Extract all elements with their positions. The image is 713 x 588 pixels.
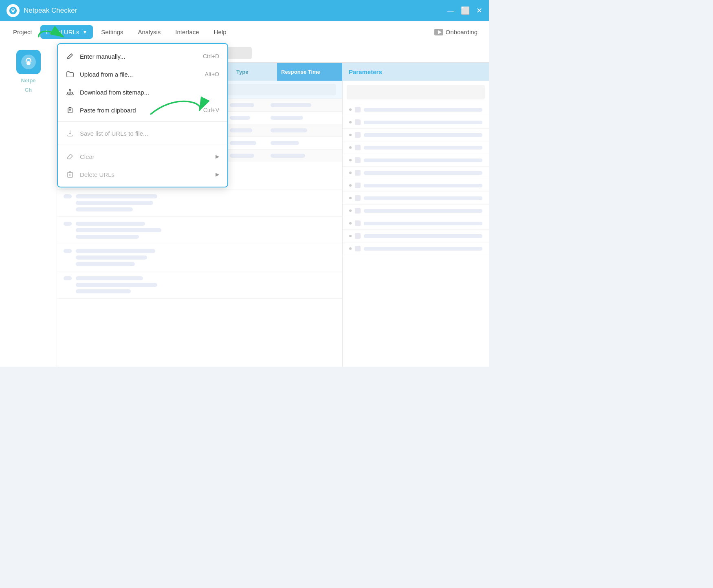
menu-item-onboarding[interactable]: Onboarding — [429, 25, 482, 39]
param-checkbox[interactable] — [355, 208, 361, 214]
param-row — [343, 154, 489, 167]
param-dot — [349, 121, 352, 123]
param-checkbox[interactable] — [355, 183, 361, 188]
param-checkbox[interactable] — [355, 246, 361, 251]
param-row — [343, 129, 489, 141]
param-dot — [349, 235, 352, 237]
app-title: Netpeak Checker — [24, 7, 77, 15]
param-row — [343, 179, 489, 192]
menu-item-interface[interactable]: Interface — [169, 25, 205, 39]
svg-rect-6 — [72, 94, 73, 95]
param-checkbox[interactable] — [355, 220, 361, 226]
pencil-icon — [66, 52, 74, 60]
app-icon — [7, 4, 20, 17]
window-controls[interactable]: — ⬜ ✕ — [447, 6, 482, 15]
dropdown-item-paste-clipboard[interactable]: Paste from clipboard Ctrl+V — [58, 101, 227, 119]
param-line — [364, 146, 482, 150]
paste-clipboard-shortcut: Ctrl+V — [203, 107, 219, 113]
menu-item-list-of-urls[interactable]: List of URLs ▼ — [40, 25, 93, 39]
enter-manually-shortcut: Ctrl+D — [203, 53, 219, 59]
param-dot — [349, 108, 352, 111]
dropdown-item-save-list: Save list of URLs to file... — [58, 124, 227, 142]
youtube-icon — [434, 29, 443, 35]
parameters-title: Parameters — [349, 68, 382, 75]
trash-icon — [66, 170, 74, 178]
param-checkbox[interactable] — [355, 233, 361, 239]
param-line — [364, 209, 482, 213]
dropdown-item-upload-file[interactable]: Upload from a file... Alt+O — [58, 65, 227, 83]
params-search-input[interactable] — [347, 85, 485, 99]
param-row — [343, 167, 489, 179]
upload-file-label: Upload from a file... — [80, 71, 133, 78]
onboarding-label: Onboarding — [446, 29, 478, 35]
menu-item-analysis[interactable]: Analysis — [131, 25, 167, 39]
param-dot — [349, 209, 352, 212]
maximize-button[interactable]: ⬜ — [461, 6, 470, 15]
table-group-row — [57, 217, 342, 244]
param-dot — [349, 146, 352, 149]
param-row — [343, 242, 489, 255]
param-row — [343, 141, 489, 154]
svg-marker-2 — [438, 30, 442, 34]
param-checkbox[interactable] — [355, 195, 361, 201]
param-dot — [349, 134, 352, 136]
col-header-response: Response Time — [277, 63, 342, 81]
upload-file-shortcut: Alt+O — [205, 71, 219, 77]
menu-item-help[interactable]: Help — [207, 25, 233, 39]
svg-rect-5 — [69, 94, 71, 95]
param-checkbox[interactable] — [355, 170, 361, 176]
sitemap-icon — [66, 88, 74, 96]
dropdown-item-sitemap[interactable]: Download from sitemap... — [58, 83, 227, 101]
clear-arrow-icon: ▶ — [216, 154, 219, 159]
parameters-panel — [342, 81, 489, 367]
svg-rect-3 — [69, 89, 71, 90]
param-checkbox[interactable] — [355, 107, 361, 112]
clipboard-icon — [66, 106, 74, 114]
list-of-urls-label: List of URLs — [46, 29, 79, 35]
dropdown-menu: Enter manually... Ctrl+D Upload from a f… — [57, 43, 228, 187]
param-line — [364, 171, 482, 175]
menu-item-settings[interactable]: Settings — [95, 25, 130, 39]
sidebar-logo: Netpe Ch — [0, 43, 57, 367]
paste-clipboard-label: Paste from clipboard — [80, 107, 136, 114]
param-checkbox[interactable] — [355, 157, 361, 163]
svg-point-19 — [26, 61, 31, 65]
param-line — [364, 247, 482, 251]
param-line — [364, 196, 482, 200]
param-row — [343, 205, 489, 217]
separator-1 — [58, 121, 227, 122]
separator-2 — [58, 145, 227, 145]
enter-manually-label: Enter manually... — [80, 53, 125, 60]
param-row — [343, 230, 489, 242]
menu-item-project[interactable]: Project — [7, 25, 39, 39]
svg-point-1 — [12, 10, 14, 13]
close-button[interactable]: ✕ — [476, 6, 482, 15]
param-line — [364, 121, 482, 124]
param-checkbox[interactable] — [355, 145, 361, 150]
svg-rect-15 — [68, 173, 73, 177]
col-header-type: Type — [236, 69, 277, 75]
minimize-button[interactable]: — — [447, 7, 454, 15]
dropdown-item-delete-urls[interactable]: Delete URLs ▶ — [58, 165, 227, 183]
param-checkbox[interactable] — [355, 132, 361, 138]
param-dot — [349, 222, 352, 225]
download-icon — [66, 129, 74, 137]
param-dot — [349, 159, 352, 161]
parameters-header: Parameters — [342, 63, 489, 81]
param-row — [343, 116, 489, 129]
dropdown-item-enter-manually[interactable]: Enter manually... Ctrl+D — [58, 47, 227, 65]
sidebar-app-subtitle: Ch — [25, 87, 32, 93]
param-checkbox[interactable] — [355, 119, 361, 125]
clear-label: Clear — [80, 153, 95, 160]
title-bar-left: Netpeak Checker — [7, 4, 77, 17]
param-dot — [349, 172, 352, 174]
folder-icon — [66, 70, 74, 78]
param-row — [343, 104, 489, 116]
param-line — [364, 184, 482, 187]
svg-rect-4 — [67, 94, 68, 95]
param-line — [364, 159, 482, 162]
dropdown-item-clear[interactable]: Clear ▶ — [58, 148, 227, 165]
param-line — [364, 133, 482, 137]
sidebar-app-name: Netpe — [21, 77, 35, 84]
delete-urls-arrow-icon: ▶ — [216, 172, 219, 177]
